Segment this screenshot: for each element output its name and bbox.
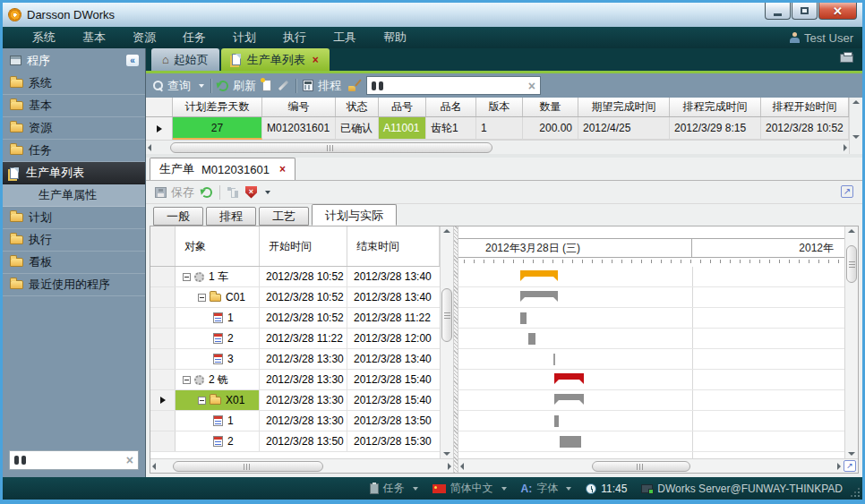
sidebar-item-plan[interactable]: 计划: [3, 207, 145, 229]
scroll-thumb[interactable]: [592, 461, 690, 472]
scroll-thumb[interactable]: [170, 142, 492, 153]
title-bar[interactable]: Darsson DWorks ✕: [3, 3, 862, 27]
new-document-button[interactable]: [262, 80, 271, 91]
validate-shield-button[interactable]: ×: [245, 186, 270, 199]
query-button[interactable]: 查询: [153, 78, 204, 94]
sidebar-item-task[interactable]: 任务: [3, 140, 145, 162]
expand-gantt-icon[interactable]: ↗: [844, 460, 856, 472]
grid-header-due[interactable]: 期望完成时间: [578, 98, 670, 116]
scroll-thumb[interactable]: [441, 288, 452, 342]
menu-item-basic[interactable]: 基本: [69, 30, 119, 46]
tree-header-col-1[interactable]: 开始时间: [260, 226, 347, 266]
resize-grip[interactable]: [851, 488, 860, 497]
branch-structure-button[interactable]: [227, 187, 238, 198]
gantt-bar[interactable]: [560, 436, 581, 448]
grid-header-sched-start[interactable]: 排程开始时间: [761, 98, 849, 116]
detail-tab-plan-vs-actual[interactable]: 计划与实际: [312, 204, 397, 226]
sidebar-item-basic[interactable]: 基本: [3, 95, 145, 117]
user-area[interactable]: Test User: [790, 31, 853, 45]
grid-header-diff[interactable]: 计划差异天数: [173, 98, 262, 116]
scroll-left-arrow[interactable]: [460, 463, 464, 470]
sidebar-item-execute[interactable]: 执行: [3, 229, 145, 252]
gantt-bar[interactable]: [520, 291, 558, 297]
expander-icon[interactable]: [183, 273, 191, 281]
sidebar-item-production-order-props[interactable]: 生产单属性: [3, 184, 145, 207]
tab-production-order-list[interactable]: 生产单列表×: [221, 48, 330, 71]
scroll-down-arrow[interactable]: [848, 452, 855, 456]
toolbar-search-input[interactable]: [388, 80, 524, 92]
open-external-icon[interactable]: ↗: [841, 185, 853, 198]
gantt-bar[interactable]: [553, 354, 555, 365]
sidebar-item-resource[interactable]: 资源: [3, 117, 145, 140]
tree-header-col-2[interactable]: 结束时间: [347, 226, 440, 266]
scroll-left-arrow[interactable]: [148, 144, 151, 151]
scroll-thumb[interactable]: [846, 245, 857, 283]
status-font-dropdown[interactable]: 字体: [521, 481, 572, 496]
grid-header-qty[interactable]: 数量: [523, 98, 578, 116]
save-button[interactable]: 保存: [155, 184, 194, 201]
close-button[interactable]: ✕: [818, 3, 857, 20]
menu-item-help[interactable]: 帮助: [370, 30, 420, 46]
tree-row[interactable]: 22012/3/28 11:222012/3/28 12:00: [150, 329, 440, 349]
menu-item-tools[interactable]: 工具: [320, 30, 370, 46]
close-tab-icon[interactable]: ×: [313, 54, 319, 66]
edit-pencil-button[interactable]: [278, 81, 288, 90]
grid-header-sched-end[interactable]: 排程完成时间: [670, 98, 761, 116]
scroll-left-arrow[interactable]: [152, 463, 156, 470]
refresh-button[interactable]: 刷新: [218, 78, 256, 94]
tab-start-page[interactable]: ⌂起始页: [151, 48, 219, 71]
sidebar-item-recent-programs[interactable]: 最近使用的程序: [3, 274, 145, 296]
gantt-bar[interactable]: [528, 333, 535, 345]
refresh-button[interactable]: [201, 187, 212, 198]
menu-item-task[interactable]: 任务: [169, 30, 219, 46]
schedule-button[interactable]: 排程: [303, 78, 341, 94]
gantt-bar[interactable]: [554, 394, 584, 400]
tree-row[interactable]: C012012/3/28 10:522012/3/28 13:40: [150, 287, 440, 308]
scroll-up-arrow[interactable]: [848, 229, 855, 233]
sidebar-item-system[interactable]: 系统: [3, 73, 145, 95]
tree-row[interactable]: 12012/3/28 13:302012/3/28 13:50: [150, 411, 440, 431]
status-language-dropdown[interactable]: 简体中文: [432, 481, 507, 496]
menu-item-system[interactable]: 系统: [19, 30, 69, 46]
tree-row[interactable]: 22012/3/28 13:502012/3/28 15:30: [150, 431, 440, 452]
menu-item-resource[interactable]: 资源: [119, 30, 169, 46]
clear-search-icon[interactable]: ×: [126, 454, 133, 466]
sidebar-item-kanban[interactable]: 看板: [3, 252, 145, 274]
gantt-bar[interactable]: [554, 415, 559, 427]
expander-icon[interactable]: [183, 376, 191, 384]
doc-tab-production-order[interactable]: 生产单 M012031601 ×: [150, 158, 295, 180]
sidebar-item-production-order-list[interactable]: 生产单列表: [3, 162, 145, 184]
grid-header-code[interactable]: 编号: [262, 98, 336, 116]
expander-icon[interactable]: [198, 397, 206, 405]
printer-icon[interactable]: [840, 54, 853, 63]
scroll-down-arrow[interactable]: [443, 452, 450, 456]
tree-row[interactable]: 12012/3/28 10:522012/3/28 11:22: [150, 308, 440, 329]
tree-row[interactable]: X012012/3/28 13:302012/3/28 15:40: [150, 390, 440, 411]
detail-tab-schedule[interactable]: 排程: [206, 207, 256, 226]
clear-search-icon[interactable]: ×: [528, 80, 535, 92]
grid-header-status[interactable]: 状态: [336, 98, 379, 116]
close-tab-icon[interactable]: ×: [279, 163, 286, 175]
scroll-right-arrow[interactable]: [448, 463, 451, 470]
scroll-right-arrow[interactable]: [837, 463, 841, 470]
sidebar-collapse-button[interactable]: «: [125, 54, 140, 67]
grid-header-item[interactable]: 品号: [379, 98, 426, 116]
gantt-bar[interactable]: [520, 312, 527, 324]
tree-row[interactable]: 2 铣2012/3/28 13:302012/3/28 15:40: [150, 370, 440, 390]
scroll-up-arrow[interactable]: [443, 229, 450, 233]
menu-item-execute[interactable]: 执行: [270, 30, 320, 46]
minimize-button[interactable]: [765, 3, 791, 20]
detail-tab-process[interactable]: 工艺: [259, 207, 309, 226]
menu-item-plan[interactable]: 计划: [219, 30, 270, 46]
tree-header-col-0[interactable]: 对象: [176, 226, 260, 266]
scroll-down-arrow[interactable]: [852, 135, 860, 139]
scroll-right-arrow[interactable]: [844, 144, 847, 151]
expander-icon[interactable]: [198, 294, 206, 302]
tree-row[interactable]: 1 车2012/3/28 10:522012/3/28 13:40: [150, 267, 440, 287]
grid-header-version[interactable]: 版本: [476, 98, 523, 116]
maximize-button[interactable]: [792, 3, 818, 20]
sidebar-search-input[interactable]: [30, 452, 123, 468]
gantt-bar[interactable]: [520, 270, 558, 277]
gantt-bar[interactable]: [554, 373, 584, 380]
detail-tab-general[interactable]: 一般: [153, 207, 203, 226]
